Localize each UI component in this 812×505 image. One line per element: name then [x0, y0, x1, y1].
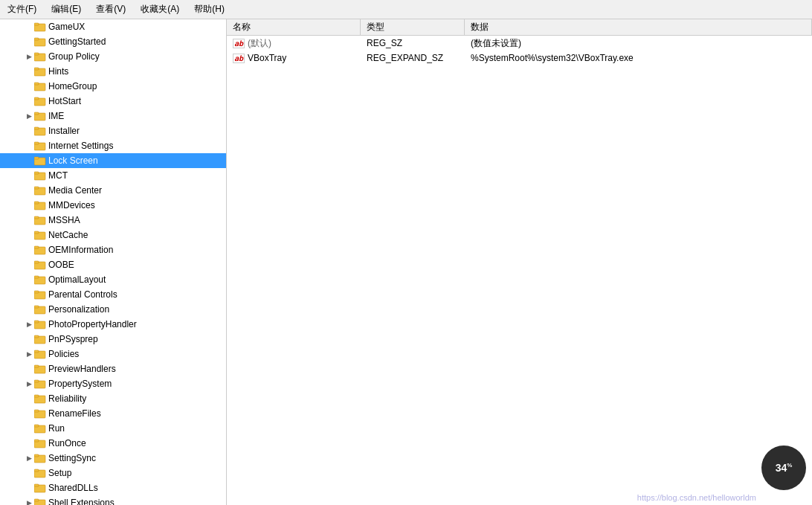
tree-item-hotstart[interactable]: HotStart: [0, 94, 226, 109]
tree-item-netcache[interactable]: NetCache: [0, 228, 226, 242]
tree-item-ime[interactable]: ▶ IME: [0, 109, 226, 123]
svg-rect-49: [34, 380, 39, 382]
tree-item-optimallayout[interactable]: OptimalLayout: [0, 272, 226, 287]
expand-icon-internetsettings: [24, 141, 34, 151]
main-container: GameUX GettingStarted▶ Group Policy Hint…: [0, 19, 812, 505]
cell-name-0: ab(默认): [227, 36, 361, 51]
menu-file[interactable]: 文件(F): [3, 1, 41, 17]
tree-item-mmdevices[interactable]: MMDevices: [0, 198, 226, 213]
folder-icon-photopropertyhandler: [34, 319, 46, 329]
folder-icon-previewhandlers: [34, 364, 46, 374]
expand-icon-ime[interactable]: ▶: [24, 111, 34, 121]
tree-label-mmdevices: MMDevices: [48, 198, 95, 213]
progress-overlay: 34%: [761, 446, 806, 490]
tree-label-lockscreen: Lock Screen: [48, 153, 98, 168]
expand-icon-optimallayout: [24, 274, 34, 285]
expand-icon-lockscreen: [24, 155, 34, 166]
cell-type-0: REG_SZ: [361, 37, 465, 49]
folder-icon-oeminformation: [34, 245, 46, 255]
tree-item-oeminformation[interactable]: OEMInformation: [0, 242, 226, 257]
folder-icon-hotstart: [34, 96, 46, 106]
svg-rect-65: [34, 499, 39, 501]
tree-item-setup[interactable]: Setup: [0, 466, 226, 480]
svg-rect-15: [34, 127, 39, 129]
tree-item-settingsync[interactable]: ▶ SettingSync: [0, 451, 226, 466]
menu-view[interactable]: 查看(V): [91, 1, 130, 17]
tree-item-installer[interactable]: Installer: [0, 123, 226, 138]
tree-item-photopropertyhandler[interactable]: ▶ PhotoPropertyHandler: [0, 317, 226, 332]
svg-rect-63: [34, 484, 39, 486]
tree-item-oobe[interactable]: OOBE: [0, 257, 226, 272]
tree-item-mediacenter[interactable]: Media Center: [0, 183, 226, 198]
tree-item-shellextensions[interactable]: ▶ Shell Extensions: [0, 495, 226, 505]
expand-icon-hotstart: [24, 96, 34, 106]
right-panel: 名称 类型 数据 ab(默认)REG_SZ(数值未设置)abVBoxTrayRE…: [227, 19, 812, 505]
tree-item-policies[interactable]: ▶ Policies: [0, 347, 226, 361]
tree-item-personalization[interactable]: Personalization: [0, 302, 226, 317]
folder-icon-run: [34, 423, 46, 434]
col-header-name: 名称: [227, 19, 361, 35]
tree-label-gameux: GameUX: [48, 19, 85, 34]
expand-icon-photopropertyhandler[interactable]: ▶: [24, 319, 34, 329]
tree-item-gettingstarted[interactable]: GettingStarted: [0, 34, 226, 49]
tree-item-pnpsysprep[interactable]: PnPSysprep: [0, 332, 226, 347]
expand-icon-propertysystem[interactable]: ▶: [24, 379, 34, 389]
svg-rect-41: [34, 321, 39, 323]
tree-item-gameux[interactable]: GameUX: [0, 19, 226, 34]
svg-rect-55: [34, 425, 39, 427]
folder-icon-netcache: [34, 230, 46, 240]
tree-item-previewhandlers[interactable]: PreviewHandlers: [0, 361, 226, 376]
table-row[interactable]: ab(默认)REG_SZ(数值未设置): [227, 36, 812, 51]
tree-item-parentalcontrols[interactable]: Parental Controls: [0, 287, 226, 302]
tree-label-parentalcontrols: Parental Controls: [48, 287, 117, 302]
svg-rect-33: [34, 261, 39, 263]
expand-icon-settingsync[interactable]: ▶: [24, 453, 34, 463]
svg-rect-59: [34, 454, 39, 457]
svg-rect-39: [34, 306, 39, 308]
tree-label-settingsync: SettingSync: [48, 451, 96, 466]
svg-rect-45: [34, 350, 39, 353]
menu-favorites[interactable]: 收藏夹(A): [136, 1, 184, 17]
tree-item-reliability[interactable]: Reliability: [0, 391, 226, 406]
tree-item-run[interactable]: Run: [0, 421, 226, 436]
tree-item-grouppolicy[interactable]: ▶ Group Policy: [0, 49, 226, 64]
tree-label-setup: Setup: [48, 466, 71, 480]
tree-item-internetsettings[interactable]: Internet Settings: [0, 138, 226, 153]
registry-tree[interactable]: GameUX GettingStarted▶ Group Policy Hint…: [0, 19, 226, 505]
expand-icon-gettingstarted: [24, 36, 34, 47]
expand-icon-grouppolicy[interactable]: ▶: [24, 51, 34, 62]
folder-icon-grouppolicy: [34, 51, 46, 62]
tree-item-mct[interactable]: MCT: [0, 168, 226, 183]
tree-item-hints[interactable]: Hints: [0, 64, 226, 79]
tree-item-mssha[interactable]: MSSHA: [0, 213, 226, 228]
expand-icon-mediacenter: [24, 185, 34, 196]
expand-icon-policies[interactable]: ▶: [24, 349, 34, 359]
svg-rect-51: [34, 395, 39, 397]
expand-icon-personalization: [24, 304, 34, 315]
table-row[interactable]: abVBoxTrayREG_EXPAND_SZ%SystemRoot%\syst…: [227, 51, 812, 65]
svg-rect-3: [34, 38, 39, 40]
folder-icon-gameux: [34, 22, 46, 32]
tree-item-runonce[interactable]: RunOnce: [0, 436, 226, 451]
menu-bar: 文件(F) 编辑(E) 查看(V) 收藏夹(A) 帮助(H): [0, 0, 812, 19]
tree-item-renamefiles[interactable]: RenameFiles: [0, 406, 226, 421]
menu-help[interactable]: 帮助(H): [190, 1, 229, 17]
tree-item-shareddlls[interactable]: SharedDLLs: [0, 480, 226, 495]
folder-icon-mct: [34, 170, 46, 181]
tree-item-propertysystem[interactable]: ▶ PropertySystem: [0, 376, 226, 391]
svg-rect-23: [34, 187, 39, 189]
expand-icon-shellextensions[interactable]: ▶: [24, 498, 34, 505]
svg-rect-17: [34, 142, 39, 144]
tree-item-lockscreen[interactable]: Lock Screen: [0, 153, 226, 168]
expand-icon-setup: [24, 468, 34, 478]
tree-label-photopropertyhandler: PhotoPropertyHandler: [48, 317, 137, 332]
svg-rect-9: [34, 83, 39, 85]
folder-icon-parentalcontrols: [34, 289, 46, 300]
menu-edit[interactable]: 编辑(E): [47, 1, 86, 17]
folder-icon-mmdevices: [34, 200, 46, 210]
tree-label-shareddlls: SharedDLLs: [48, 480, 98, 495]
tree-label-installer: Installer: [48, 123, 80, 138]
tree-item-homegroup[interactable]: HomeGroup: [0, 79, 226, 94]
folder-icon-internetsettings: [34, 141, 46, 151]
expand-icon-runonce: [24, 438, 34, 448]
